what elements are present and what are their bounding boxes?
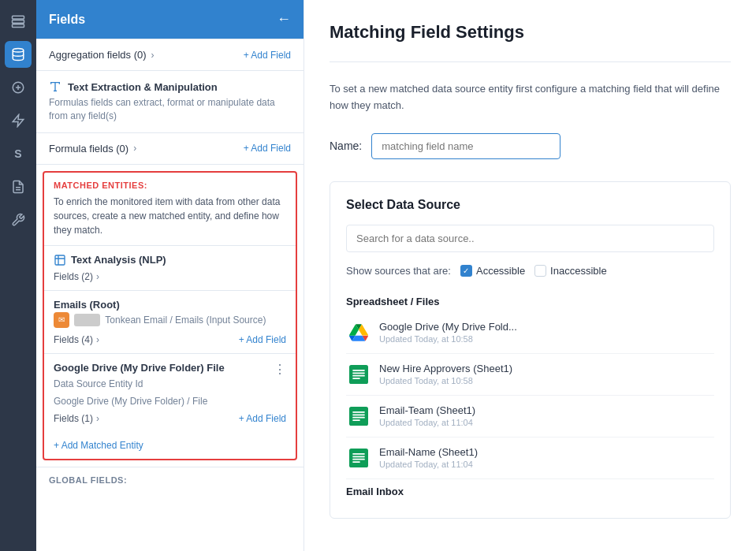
gdrive-entity-subtitle1: Data Source Entity Id <box>54 378 286 389</box>
svg-rect-17 <box>352 414 364 415</box>
name-input[interactable] <box>371 133 560 159</box>
show-sources-label: Show sources that are: <box>346 265 451 277</box>
text-extraction-icon <box>49 80 61 93</box>
aggregation-text: Aggregation fields (0) <box>49 49 147 61</box>
gdrive-chevron-icon: › <box>96 413 99 424</box>
accessible-label: Accessible <box>476 265 525 277</box>
gdrive-ds-name: Google Drive (My Drive Fold... <box>379 321 714 333</box>
nav-doc-icon[interactable] <box>5 173 32 200</box>
matched-entities-description: To enrich the monitored item with data f… <box>44 195 296 246</box>
gdrive-fields-row[interactable]: Fields (1) › <box>54 413 99 424</box>
sheets-icon-3 <box>346 445 371 471</box>
formula-add-field-button[interactable]: + Add Field <box>244 143 291 154</box>
list-item[interactable]: New Hire Approvers (Sheet1) Updated Toda… <box>346 354 714 396</box>
select-ds-title: Select Data Source <box>346 198 714 212</box>
svg-rect-19 <box>352 419 359 421</box>
list-item[interactable]: Email-Name (Sheet1) Updated Today, at 11… <box>346 437 714 479</box>
add-matched-entity-button[interactable]: + Add Matched Entity <box>44 432 296 459</box>
gdrive-dots-menu-button[interactable]: ⋮ <box>274 362 286 377</box>
page-title: Matching Field Settings <box>330 22 731 43</box>
global-fields-section: GLOBAL FIELDS: <box>36 467 304 493</box>
list-item[interactable]: Google Drive (My Drive Fold... Updated T… <box>346 312 714 354</box>
emails-fields-count: Fields (4) <box>54 334 93 345</box>
text-extraction-title: Text Extraction & Manipulation <box>68 81 218 93</box>
nav-plus-icon[interactable] <box>5 74 32 101</box>
emailteam-ds-updated: Updated Today, at 11:04 <box>379 418 714 427</box>
gdrive-entity-subtitle2: Google Drive (My Drive Folder) / File <box>54 396 286 407</box>
emails-fields-row[interactable]: Fields (4) › <box>54 334 99 345</box>
main-content: Matching Field Settings To set a new mat… <box>304 0 756 551</box>
formula-chevron-icon: › <box>133 143 136 154</box>
nav-tool-icon[interactable] <box>5 207 32 233</box>
nav-layers-icon[interactable] <box>5 8 32 35</box>
text-analysis-fields-row[interactable]: Fields (2) › <box>54 271 286 282</box>
fields-header: Fields ← <box>36 0 304 39</box>
svg-rect-20 <box>349 449 368 467</box>
svg-rect-22 <box>352 456 364 457</box>
svg-point-3 <box>13 49 24 53</box>
gdrive-fields-actions: Fields (1) › + Add Field <box>54 413 286 424</box>
svg-rect-1 <box>13 20 24 24</box>
aggregation-chevron-icon: › <box>151 50 155 61</box>
inaccessible-label: Inaccessible <box>550 265 607 277</box>
emails-title: Emails (Root) <box>54 299 286 311</box>
gdrive-ds-info: Google Drive (My Drive Fold... Updated T… <box>379 321 714 344</box>
svg-rect-2 <box>13 24 24 28</box>
gdrive-icon <box>346 320 371 345</box>
text-analysis-chevron-icon: › <box>96 271 99 282</box>
emailname-ds-name: Email-Name (Sheet1) <box>379 446 714 458</box>
emails-add-field-button[interactable]: + Add Field <box>239 334 286 345</box>
newhire-ds-info: New Hire Approvers (Sheet1) Updated Toda… <box>379 363 714 385</box>
aggregation-fields-row[interactable]: Aggregation fields (0) › + Add Field <box>36 39 304 71</box>
newhire-ds-updated: Updated Today, at 10:58 <box>379 376 714 385</box>
newhire-ds-name: New Hire Approvers (Sheet1) <box>379 363 714 374</box>
name-label: Name: <box>330 140 362 152</box>
svg-rect-14 <box>352 378 359 379</box>
svg-rect-16 <box>352 411 364 413</box>
aggregation-label: Aggregation fields (0) › <box>49 49 155 61</box>
spreadsheet-category-label: Spreadsheet / Files <box>346 289 714 312</box>
fields-panel: Fields ← Aggregation fields (0) › + Add … <box>36 0 304 551</box>
svg-rect-15 <box>349 407 368 426</box>
text-extraction-header: Text Extraction & Manipulation <box>49 80 291 93</box>
emailteam-ds-name: Email-Team (Sheet1) <box>379 404 714 416</box>
text-analysis-title: Text Analysis (NLP) <box>54 254 286 266</box>
search-input-wrap <box>346 225 714 252</box>
accessible-checkbox[interactable]: ✓ Accessible <box>460 265 525 277</box>
svg-rect-24 <box>352 461 359 463</box>
text-analysis-entity: Text Analysis (NLP) Fields (2) › <box>44 246 296 291</box>
nav-s-icon[interactable]: S <box>5 140 32 167</box>
nav-database-icon[interactable] <box>5 41 32 68</box>
nav-lightning-icon[interactable] <box>5 107 32 134</box>
text-extraction-desc: Formulas fields can extract, format or m… <box>49 96 291 123</box>
global-fields-label: GLOBAL FIELDS: <box>49 475 127 485</box>
email-blurred-text: Tonk <box>74 314 100 326</box>
svg-marker-7 <box>13 115 24 127</box>
svg-rect-18 <box>352 416 364 418</box>
svg-rect-11 <box>352 370 364 371</box>
aggregation-add-field-button[interactable]: + Add Field <box>244 50 291 61</box>
text-analysis-fields-count: Fields (2) <box>54 271 93 282</box>
search-input[interactable] <box>346 225 714 252</box>
inaccessible-checkbox[interactable]: Inaccessible <box>534 265 607 277</box>
gdrive-entity-title-wrap: Google Drive (My Drive Folder) File <box>54 362 225 374</box>
accessible-checked-icon: ✓ <box>460 265 472 277</box>
matched-entities-header-label: MATCHED ENTITIES: <box>44 173 296 195</box>
formula-fields-row[interactable]: Formula fields (0) › + Add Field <box>36 133 304 165</box>
back-arrow-icon[interactable]: ← <box>277 11 291 28</box>
list-item[interactable]: Email-Team (Sheet1) Updated Today, at 11… <box>346 396 714 437</box>
gdrive-ds-updated: Updated Today, at 10:58 <box>379 334 714 344</box>
nav-bar: S <box>0 0 36 551</box>
gdrive-entity: Google Drive (My Drive Folder) File ⋮ Da… <box>44 354 296 432</box>
emails-chevron-icon: › <box>96 334 99 345</box>
main-description: To set a new matched data source entity … <box>330 81 731 114</box>
svg-rect-0 <box>13 16 24 19</box>
matched-entities-container: MATCHED ENTITIES: To enrich the monitore… <box>43 171 297 460</box>
gdrive-add-field-button[interactable]: + Add Field <box>239 413 286 424</box>
svg-rect-10 <box>349 365 368 384</box>
sheets-icon <box>346 362 371 387</box>
aggregation-actions: + Add Field <box>244 50 291 61</box>
fields-title: Fields <box>49 13 85 27</box>
emailname-ds-updated: Updated Today, at 11:04 <box>379 460 714 469</box>
formula-label: Formula fields (0) › <box>49 143 136 155</box>
